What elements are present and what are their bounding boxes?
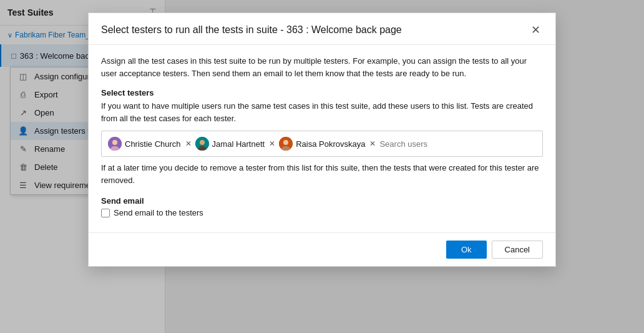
cancel-button[interactable]: Cancel: [492, 241, 543, 259]
avatar-cc: [108, 137, 122, 151]
tester-remove-cc[interactable]: ✕: [185, 139, 192, 148]
send-email-title: Send email: [101, 196, 543, 206]
select-testers-title: Select testers: [101, 88, 543, 97]
tester-tag-cc: Christie Church ✕: [108, 137, 192, 151]
avatar-rp: [279, 137, 293, 151]
modal-overlay: Select testers to run all the tests in s…: [0, 0, 644, 333]
dialog-header: Select testers to run all the tests in s…: [89, 13, 555, 45]
remove-note: If at a later time you decide to remove …: [101, 162, 543, 186]
svg-point-1: [112, 140, 117, 145]
send-email-section: Send email Send email to the testers: [101, 196, 543, 217]
ok-button[interactable]: Ok: [446, 241, 487, 259]
send-email-row: Send email to the testers: [101, 208, 543, 217]
tester-remove-jh[interactable]: ✕: [269, 139, 275, 148]
tester-name-jh: Jamal Hartnett: [212, 139, 265, 149]
dialog-title: Select testers to run all the tests in s…: [101, 24, 402, 36]
send-email-text: Send email to the testers: [114, 208, 203, 217]
dialog-close-button[interactable]: ✕: [529, 23, 543, 37]
tester-tag-jh: Jamal Hartnett ✕: [195, 137, 276, 151]
svg-point-4: [200, 140, 205, 145]
dialog-body: Assign all the test cases in this test s…: [89, 45, 555, 232]
tester-name-rp: Raisa Pokrovskaya: [296, 139, 365, 149]
avatar-jh: [195, 137, 209, 151]
dialog-footer: Ok Cancel: [89, 232, 555, 266]
svg-point-7: [283, 140, 288, 145]
send-email-checkbox[interactable]: [101, 209, 110, 217]
search-users-input[interactable]: [379, 139, 536, 149]
dialog-intro: Assign all the test cases in this test s…: [101, 55, 543, 79]
tester-remove-rp[interactable]: ✕: [369, 139, 376, 148]
tester-tag-rp: Raisa Pokrovskaya ✕: [279, 137, 376, 151]
tester-name-cc: Christie Church: [125, 139, 181, 149]
testers-input-box[interactable]: Christie Church ✕ Jamal Hartnett ✕: [101, 131, 543, 157]
dialog: Select testers to run all the tests in s…: [88, 12, 556, 267]
select-testers-desc: If you want to have multiple users run t…: [101, 100, 543, 124]
